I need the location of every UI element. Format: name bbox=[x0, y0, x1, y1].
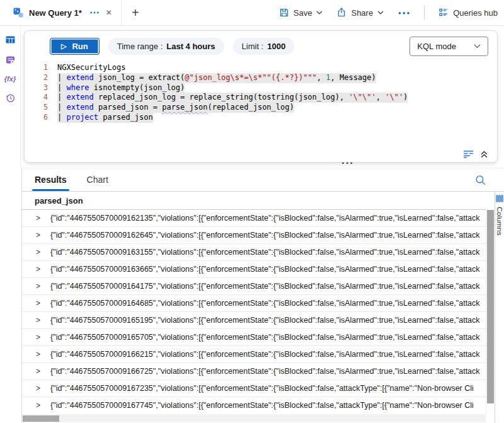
expand-row-icon[interactable]: > bbox=[36, 367, 40, 376]
code-text: NGXSecurityLogs bbox=[57, 63, 125, 73]
result-cell: {"id":"4467550570009165195","violations"… bbox=[50, 316, 486, 325]
tables-icon[interactable] bbox=[5, 35, 16, 45]
adx-logo-icon bbox=[13, 7, 24, 18]
expand-row-icon[interactable]: > bbox=[36, 350, 40, 359]
code-text: | extend json_log = extract(@"json_log\s… bbox=[57, 73, 376, 83]
limit-value: 1000 bbox=[267, 42, 285, 51]
kql-mode-label: KQL mode bbox=[417, 42, 456, 51]
tab-results[interactable]: Results bbox=[35, 168, 67, 191]
line-number: 5 bbox=[25, 103, 57, 113]
expand-row-icon[interactable]: > bbox=[36, 316, 40, 325]
result-cell: {"id":"4467550570009167745","violations"… bbox=[50, 401, 486, 410]
save-button[interactable]: Save bbox=[279, 8, 323, 18]
result-row[interactable]: >{"id":"4467550570009166215","violations… bbox=[22, 346, 486, 363]
saved-queries-icon[interactable] bbox=[5, 55, 16, 65]
code-text: | extend replaced_json_log = replace_str… bbox=[57, 93, 408, 103]
kql-mode-chevron-down-icon bbox=[474, 44, 481, 49]
columns-icon bbox=[496, 195, 503, 202]
columns-panel-label: Columns bbox=[496, 207, 503, 235]
code-text: | extend parsed_json = parse_json(replac… bbox=[57, 103, 294, 113]
expand-row-icon[interactable]: > bbox=[36, 214, 40, 223]
queries-hub-icon bbox=[438, 8, 449, 18]
code-line[interactable]: 2| extend json_log = extract(@"json_log\… bbox=[25, 73, 497, 83]
time-range-value: Last 4 hours bbox=[166, 42, 215, 51]
format-query-icon[interactable] bbox=[463, 150, 474, 158]
columns-side-panel[interactable]: Columns bbox=[495, 192, 504, 423]
column-header-label: parsed_json bbox=[35, 196, 83, 206]
result-cell: {"id":"4467550570009166215","violations"… bbox=[50, 350, 486, 359]
result-cell: {"id":"4467550570009164685","violations"… bbox=[50, 299, 486, 308]
expand-row-icon[interactable]: > bbox=[36, 401, 40, 410]
result-cell: {"id":"4467550570009163665","violations"… bbox=[50, 265, 486, 274]
new-tab-button[interactable]: + bbox=[132, 6, 139, 20]
results-panel: Results Chart parsed_json >{"id":"446755… bbox=[21, 168, 504, 423]
result-cell: {"id":"4467550570009162645","violations"… bbox=[50, 231, 486, 240]
horizontal-scrollbar-thumb[interactable] bbox=[23, 415, 59, 422]
vertical-scrollbar-thumb[interactable] bbox=[487, 210, 494, 403]
search-icon[interactable] bbox=[474, 174, 486, 186]
line-number: 6 bbox=[25, 113, 57, 123]
expand-row-icon[interactable]: > bbox=[36, 248, 40, 257]
topbar-actions: Save Share ⋯ bbox=[279, 6, 498, 20]
query-editor-card: ▷ Run Time range : Last 4 hours Limit : … bbox=[24, 30, 498, 163]
horizontal-scrollbar[interactable] bbox=[22, 414, 486, 422]
code-text: | where isnotempty(json_log) bbox=[57, 83, 185, 93]
result-row[interactable]: >{"id":"4467550570009165195","violations… bbox=[22, 312, 486, 329]
share-icon bbox=[336, 8, 346, 18]
share-chevron-down-icon bbox=[377, 11, 384, 14]
run-label: Run bbox=[72, 42, 88, 51]
code-line[interactable]: 5| extend parsed_json = parse_json(repla… bbox=[25, 103, 497, 113]
code-lines[interactable]: 1NGXSecurityLogs2| extend json_log = ext… bbox=[25, 63, 497, 123]
history-icon[interactable] bbox=[5, 93, 16, 103]
save-icon bbox=[279, 8, 289, 18]
share-button[interactable]: Share bbox=[336, 8, 384, 18]
top-tab-bar: New Query 1* ⋯ ✕ + Save bbox=[0, 0, 504, 26]
column-header-parsed-json[interactable]: parsed_json bbox=[22, 192, 486, 210]
app-window: New Query 1* ⋯ ✕ + Save bbox=[0, 0, 504, 423]
kql-mode-dropdown[interactable]: KQL mode bbox=[410, 37, 488, 56]
expand-row-icon[interactable]: > bbox=[36, 299, 40, 308]
result-cell: {"id":"4467550570009162135","violations"… bbox=[50, 214, 486, 223]
line-number: 4 bbox=[25, 93, 57, 103]
result-cell: {"id":"4467550570009163155","violations"… bbox=[50, 248, 486, 257]
run-button[interactable]: ▷ Run bbox=[50, 38, 100, 55]
expand-row-icon[interactable]: > bbox=[36, 384, 40, 393]
share-label: Share bbox=[351, 8, 373, 18]
line-number: 1 bbox=[25, 63, 57, 73]
expand-row-icon[interactable]: > bbox=[36, 231, 40, 240]
left-rail: {fx} bbox=[0, 26, 21, 167]
line-number: 2 bbox=[25, 73, 57, 83]
functions-icon[interactable]: {fx} bbox=[4, 75, 16, 83]
result-row[interactable]: >{"id":"4467550570009165705","violations… bbox=[22, 329, 486, 346]
code-text: | project parsed_json bbox=[57, 113, 153, 123]
result-row[interactable]: >{"id":"4467550570009164175","violations… bbox=[22, 278, 486, 295]
code-line[interactable]: 3| where isnotempty(json_log) bbox=[25, 83, 497, 93]
tab-more-icon[interactable]: ⋯ bbox=[89, 9, 100, 16]
result-row[interactable]: >{"id":"4467550570009163155","violations… bbox=[22, 244, 486, 261]
editor-footer-actions bbox=[463, 150, 488, 158]
result-row[interactable]: >{"id":"4467550570009164685","violations… bbox=[22, 295, 486, 312]
queries-hub-button[interactable]: Queries hub bbox=[438, 8, 498, 18]
vertical-scrollbar[interactable] bbox=[486, 210, 495, 414]
result-row[interactable]: >{"id":"4467550570009167235","violations… bbox=[22, 380, 486, 397]
result-row[interactable]: >{"id":"4467550570009163665","violations… bbox=[22, 261, 486, 278]
code-line[interactable]: 1NGXSecurityLogs bbox=[25, 63, 497, 73]
result-row[interactable]: >{"id":"4467550570009167745","violations… bbox=[22, 397, 486, 414]
query-toolbar: ▷ Run Time range : Last 4 hours Limit : … bbox=[25, 31, 497, 60]
result-row[interactable]: >{"id":"4467550570009166725","violations… bbox=[22, 363, 486, 380]
expand-row-icon[interactable]: > bbox=[36, 282, 40, 291]
expand-row-icon[interactable]: > bbox=[36, 333, 40, 342]
tab-chart[interactable]: Chart bbox=[87, 168, 108, 191]
limit-picker[interactable]: Limit : 1000 bbox=[233, 38, 295, 55]
code-line[interactable]: 6| project parsed_json bbox=[25, 113, 497, 123]
expand-row-icon[interactable]: > bbox=[36, 265, 40, 274]
result-row[interactable]: >{"id":"4467550570009162135","violations… bbox=[22, 210, 486, 227]
query-tab[interactable]: New Query 1* ⋯ ✕ bbox=[6, 0, 122, 25]
result-cell: {"id":"4467550570009166725","violations"… bbox=[50, 367, 486, 376]
result-row[interactable]: >{"id":"4467550570009162645","violations… bbox=[22, 227, 486, 244]
collapse-editor-icon[interactable] bbox=[480, 150, 488, 158]
close-tab-icon[interactable]: ✕ bbox=[106, 8, 112, 17]
more-actions-icon[interactable]: ⋯ bbox=[398, 9, 410, 16]
time-range-picker[interactable]: Time range : Last 4 hours bbox=[108, 38, 224, 55]
code-line[interactable]: 4| extend replaced_json_log = replace_st… bbox=[25, 93, 497, 103]
